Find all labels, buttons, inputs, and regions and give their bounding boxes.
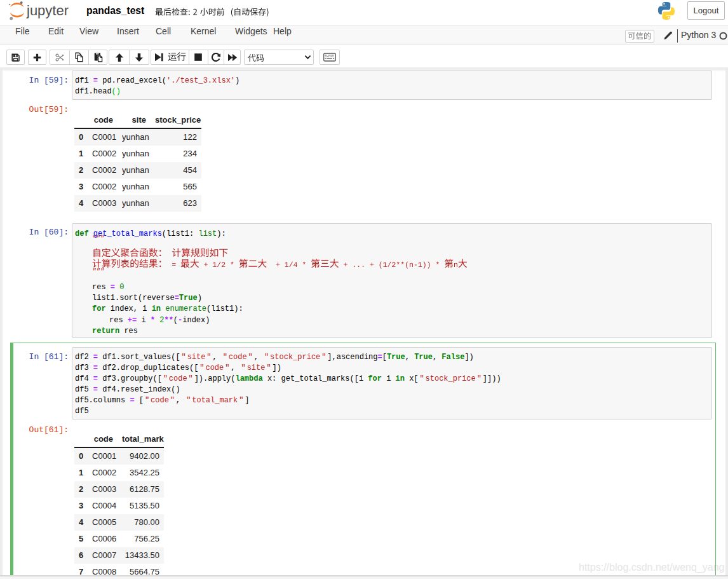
- svg-text:jupyter: jupyter: [26, 3, 69, 18]
